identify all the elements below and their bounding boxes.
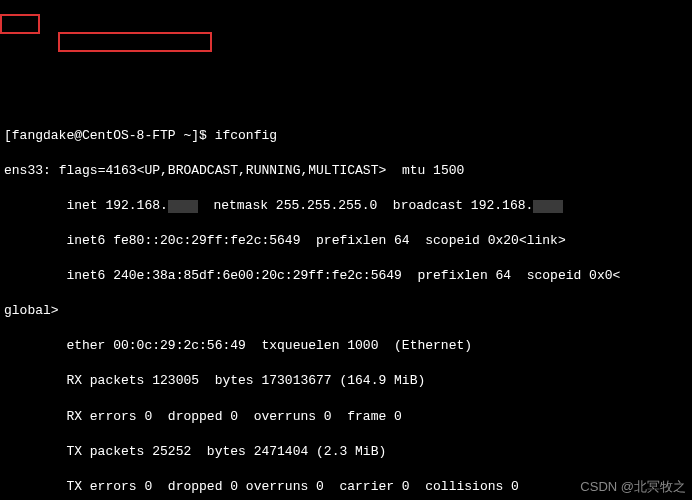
ens33-inet-prefix: inet 192.168. [4, 198, 168, 213]
redacted-bcast [533, 200, 563, 213]
ens33-inet-suffix: netmask 255.255.255.0 broadcast 192.168. [198, 198, 533, 213]
typed-command: ifconfig [215, 128, 277, 143]
prompt: [fangdake@CentOS-8-FTP ~]$ [4, 128, 215, 143]
ens33-inet6b: inet6 240e:38a:85df:6e00:20c:29ff:fe2c:5… [4, 267, 688, 285]
ens33-txp: TX packets 25252 bytes 2471404 (2.3 MiB) [4, 443, 688, 461]
prompt-line[interactable]: [fangdake@CentOS-8-FTP ~]$ ifconfig [4, 127, 688, 145]
redacted-ip [168, 200, 198, 213]
highlight-box-ens33 [0, 14, 40, 34]
watermark: CSDN @北冥牧之 [580, 478, 686, 496]
ens33-flags: flags=4163<UP,BROADCAST,RUNNING,MULTICAS… [59, 163, 465, 178]
ens33-global: global> [4, 302, 688, 320]
iface-name: ens33 [4, 163, 43, 178]
ens33-rxp: RX packets 123005 bytes 173013677 (164.9… [4, 372, 688, 390]
ens33-ether: ether 00:0c:29:2c:56:49 txqueuelen 1000 … [4, 337, 688, 355]
highlight-box-inet [58, 32, 212, 52]
ens33-inet: inet 192.168. netmask 255.255.255.0 broa… [4, 197, 688, 215]
ens33-header: ens33: flags=4163<UP,BROADCAST,RUNNING,M… [4, 162, 688, 180]
ens33-rxe: RX errors 0 dropped 0 overruns 0 frame 0 [4, 408, 688, 426]
ens33-inet6a: inet6 fe80::20c:29ff:fe2c:5649 prefixlen… [4, 232, 688, 250]
